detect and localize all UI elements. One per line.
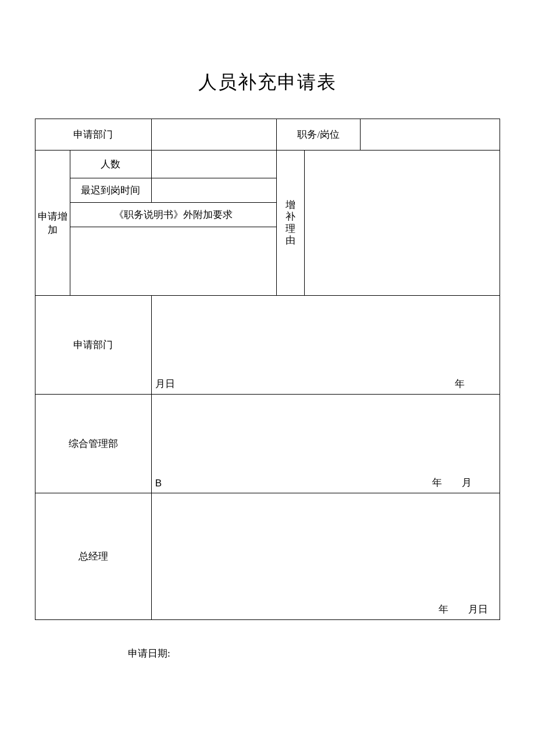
count-label: 人数 (70, 151, 151, 178)
supplement-reason-value (305, 151, 500, 296)
sign-apply-dept-year: 年 (455, 377, 465, 390)
extra-req-label: 《职务说明书》外附加要求 (70, 203, 277, 227)
position-value (361, 119, 500, 151)
form-title: 人员补充申请表 (35, 70, 500, 95)
sign-integrated-label: 综合管理部 (35, 395, 152, 493)
apply-dept-label: 申请部门 (35, 119, 152, 151)
sign-gm-label: 总经理 (35, 493, 152, 620)
count-value (151, 151, 277, 178)
sign-gm-area: 年 月日 (151, 493, 500, 620)
sign-integrated-b: B (155, 478, 162, 489)
supplement-reason-label: 增 补 理 由 (277, 151, 305, 296)
apply-date-label: 申请日期: (128, 647, 500, 660)
form-table: 申请部门 职务/岗位 申请增加 人数 增 补 理 由 最迟到岗时间 《职务说明书… (35, 119, 500, 620)
sign-apply-dept-area: 年 月日 (151, 296, 500, 395)
latest-arrival-label: 最迟到岗时间 (70, 178, 151, 203)
sign-integrated-date: 年 月 (432, 476, 472, 489)
position-label: 职务/岗位 (277, 119, 361, 151)
sign-apply-dept-label: 申请部门 (35, 296, 152, 395)
apply-add-label: 申请增加 (35, 151, 70, 296)
latest-arrival-value (151, 178, 277, 203)
sign-integrated-area: 年 月 B (151, 395, 500, 493)
apply-dept-value (151, 119, 277, 151)
sign-gm-date: 年 月日 (438, 603, 488, 616)
extra-req-value (70, 227, 277, 296)
sign-apply-dept-monthday: 月日 (155, 377, 175, 390)
